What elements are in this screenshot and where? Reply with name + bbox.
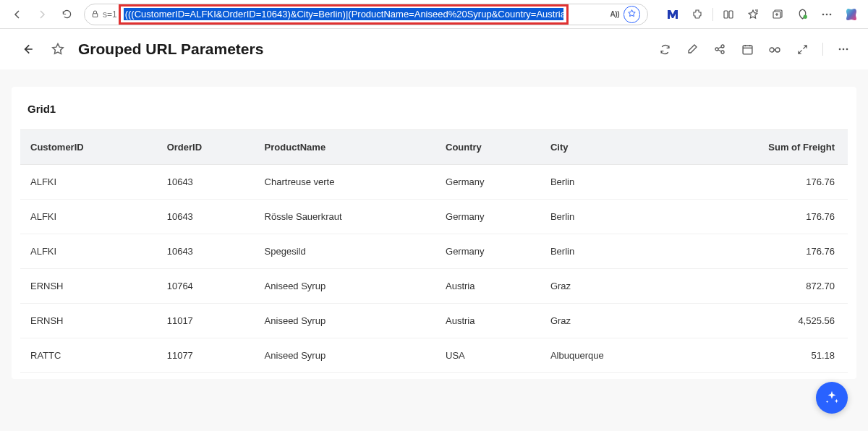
extension-icon[interactable] bbox=[688, 4, 707, 25]
svg-rect-2 bbox=[729, 11, 733, 18]
grid-container: Grid1 CustomerID OrderID ProductName Cou… bbox=[12, 87, 856, 379]
lock-icon bbox=[90, 9, 100, 19]
back-button[interactable] bbox=[7, 4, 27, 25]
svg-line-15 bbox=[718, 47, 721, 48]
svg-point-14 bbox=[721, 51, 724, 54]
svg-point-13 bbox=[721, 45, 724, 48]
cell-order-id: 10764 bbox=[160, 269, 258, 304]
data-table: CustomerID OrderID ProductName Country C… bbox=[20, 129, 848, 373]
cell-sum-freight: 51.18 bbox=[677, 338, 848, 373]
copilot-icon[interactable] bbox=[842, 4, 861, 25]
cell-product-name: Aniseed Syrup bbox=[258, 304, 438, 338]
svg-rect-0 bbox=[93, 14, 98, 17]
table-row[interactable]: ALFKI10643Rössle SauerkrautGermanyBerlin… bbox=[20, 200, 848, 234]
favorites-menu-icon[interactable] bbox=[744, 4, 762, 25]
cell-country: Austria bbox=[438, 304, 543, 338]
svg-point-22 bbox=[775, 48, 780, 52]
svg-line-16 bbox=[718, 50, 721, 51]
cell-order-id: 11077 bbox=[160, 338, 258, 373]
svg-point-9 bbox=[822, 13, 825, 15]
browser-essentials-icon[interactable] bbox=[793, 4, 812, 25]
svg-point-8 bbox=[803, 15, 807, 19]
cell-city: Berlin bbox=[543, 234, 677, 269]
favorite-star-icon[interactable] bbox=[624, 6, 640, 23]
malwarebytes-icon[interactable] bbox=[663, 4, 682, 25]
svg-point-24 bbox=[839, 48, 841, 51]
cell-product-name: Rössle Sauerkraut bbox=[258, 200, 438, 234]
forward-button bbox=[32, 4, 52, 25]
cell-sum-freight: 872.70 bbox=[677, 269, 848, 304]
cell-sum-freight: 4,525.56 bbox=[677, 304, 848, 338]
more-menu-icon[interactable] bbox=[817, 4, 836, 25]
cell-sum-freight: 176.76 bbox=[677, 234, 848, 269]
cell-customer-id: ERNSH bbox=[20, 304, 160, 338]
cell-order-id: 10643 bbox=[160, 234, 258, 269]
cell-product-name: Aniseed Syrup bbox=[258, 338, 438, 373]
ai-assist-fab[interactable] bbox=[816, 382, 848, 414]
url-bar[interactable]: s=1 (((CustomerID=ALFKI&OrderID=10643)&C… bbox=[84, 4, 648, 25]
cell-product-name: Chartreuse verte bbox=[258, 165, 438, 200]
svg-point-10 bbox=[826, 13, 828, 15]
cell-city: Graz bbox=[543, 269, 677, 304]
col-city[interactable]: City bbox=[543, 130, 677, 165]
refresh-icon[interactable] bbox=[658, 42, 672, 56]
page-back-button[interactable] bbox=[17, 39, 38, 59]
toolbar-right bbox=[663, 4, 861, 25]
toolbar-divider bbox=[712, 8, 713, 21]
col-sum-freight[interactable]: Sum of Freight bbox=[677, 130, 848, 165]
page-more-icon[interactable] bbox=[836, 42, 851, 56]
col-customer-id[interactable]: CustomerID bbox=[20, 130, 160, 165]
glasses-icon[interactable] bbox=[767, 42, 782, 56]
cell-customer-id: ALFKI bbox=[20, 165, 160, 200]
cell-city: Graz bbox=[543, 304, 677, 338]
table-row[interactable]: ALFKI10643SpegesildGermanyBerlin176.76 bbox=[20, 234, 848, 269]
cell-product-name: Aniseed Syrup bbox=[258, 269, 438, 304]
cell-sum-freight: 176.76 bbox=[677, 200, 848, 234]
svg-point-21 bbox=[770, 48, 774, 52]
cell-order-id: 10643 bbox=[160, 165, 258, 200]
cell-order-id: 10643 bbox=[160, 200, 258, 234]
share-icon[interactable] bbox=[712, 42, 727, 56]
schedule-icon[interactable] bbox=[740, 42, 754, 56]
table-row[interactable]: RATTC11077Aniseed SyrupUSAAlbuquerque51.… bbox=[20, 338, 848, 373]
cell-country: Austria bbox=[438, 269, 543, 304]
table-row[interactable]: ERNSH11017Aniseed SyrupAustriaGraz4,525.… bbox=[20, 304, 848, 338]
svg-point-26 bbox=[846, 48, 848, 51]
cell-city: Albuquerque bbox=[543, 338, 677, 373]
split-screen-icon[interactable] bbox=[719, 4, 738, 25]
page-header: Grouped URL Parameters bbox=[0, 29, 868, 69]
page-title: Grouped URL Parameters bbox=[78, 40, 263, 58]
cell-customer-id: ALFKI bbox=[20, 234, 160, 269]
cell-country: USA bbox=[438, 338, 543, 373]
table-header-row: CustomerID OrderID ProductName Country C… bbox=[20, 130, 848, 165]
url-highlight-annotation: (((CustomerID=ALFKI&OrderID=10643)&City=… bbox=[119, 4, 569, 25]
col-product-name[interactable]: ProductName bbox=[258, 130, 438, 165]
url-prefix: s=1 bbox=[103, 9, 117, 20]
cell-sum-freight: 176.76 bbox=[677, 165, 848, 200]
cell-country: Germany bbox=[438, 234, 543, 269]
svg-point-11 bbox=[830, 13, 832, 15]
table-row[interactable]: ALFKI10643Chartreuse verteGermanyBerlin1… bbox=[20, 165, 848, 200]
svg-rect-1 bbox=[724, 11, 728, 18]
cell-customer-id: ALFKI bbox=[20, 200, 160, 234]
edit-icon[interactable] bbox=[685, 42, 699, 56]
reload-button[interactable] bbox=[56, 4, 77, 25]
cell-order-id: 11017 bbox=[160, 304, 258, 338]
col-country[interactable]: Country bbox=[438, 130, 543, 165]
table-row[interactable]: ERNSH10764Aniseed SyrupAustriaGraz872.70 bbox=[20, 269, 848, 304]
cell-city: Berlin bbox=[543, 200, 677, 234]
page-header-actions bbox=[658, 42, 851, 56]
cell-city: Berlin bbox=[543, 165, 677, 200]
cell-country: Germany bbox=[438, 165, 543, 200]
collections-icon[interactable] bbox=[768, 4, 787, 25]
page-favorite-icon[interactable] bbox=[48, 39, 68, 59]
read-aloud-icon[interactable]: A)) bbox=[610, 10, 619, 18]
url-selected-text[interactable]: (((CustomerID=ALFKI&OrderID=10643)&City=… bbox=[124, 8, 563, 20]
svg-rect-17 bbox=[743, 46, 752, 54]
svg-point-25 bbox=[843, 48, 845, 51]
col-order-id[interactable]: OrderID bbox=[160, 130, 258, 165]
svg-point-12 bbox=[715, 48, 718, 51]
cell-customer-id: ERNSH bbox=[20, 269, 160, 304]
cell-country: Germany bbox=[438, 200, 543, 234]
expand-icon[interactable] bbox=[795, 42, 809, 56]
